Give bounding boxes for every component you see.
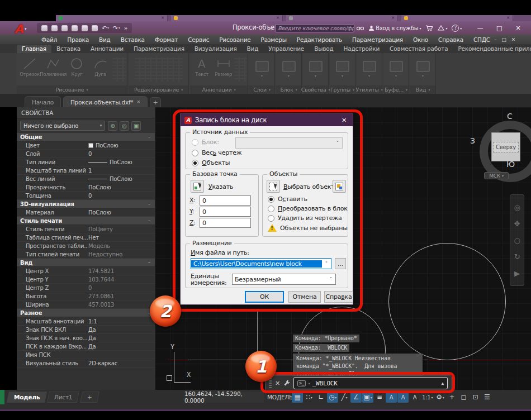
new-layout-button[interactable]: + (80, 392, 99, 403)
panel-caption[interactable]: Аннотации▾ (190, 85, 248, 94)
app-menu-button[interactable]: A ▾ (15, 22, 34, 36)
dimension-button[interactable]: Размер (213, 55, 235, 84)
background-browser-tab[interactable]: ✕ (401, 15, 513, 21)
osnap-icon[interactable]: ▣▾ (362, 392, 373, 403)
property-row[interactable]: Таблица стилей печ...Нет (17, 233, 155, 242)
panel-caption[interactable]: Утилиты▾ (357, 85, 382, 94)
showmotion-icon[interactable]: ▶ (514, 269, 520, 278)
property-row[interactable]: Масштаб типа линий1 (17, 166, 155, 175)
panel-caption[interactable]: Слои▾ (249, 85, 274, 94)
ribbon-tab[interactable]: Главная (17, 45, 51, 53)
property-row[interactable]: Слой0 (17, 150, 155, 158)
grid-icon[interactable]: ▦ (292, 392, 303, 403)
ribbon-tab[interactable]: Совместная работа (385, 45, 453, 53)
a360-connect-icon[interactable]: ▾ (438, 25, 447, 31)
annotation-autoscale-icon[interactable]: A (397, 392, 409, 403)
osnap-tracking-icon[interactable]: ∠ (350, 392, 362, 403)
file-tab[interactable]: Прокси-объекты.dxf*✕ (63, 96, 148, 107)
navigation-bar[interactable]: ◎✥○↻▶ (510, 194, 524, 286)
annotation-visibility-icon[interactable]: A (386, 392, 397, 403)
new-file-tab-button[interactable]: + (150, 97, 161, 107)
property-row[interactable]: Тип линийПоСлою (17, 158, 155, 166)
search-input[interactable]: Введите ключевое слово/фразу (275, 24, 354, 32)
property-row[interactable]: Высота273.0861 (17, 292, 155, 300)
isolate-objects-icon[interactable]: ◻ (458, 392, 469, 403)
wcs-button[interactable]: МСК▾ (484, 172, 509, 179)
panel-caption[interactable]: Группы▾ (330, 85, 355, 94)
text-button[interactable]: AТекст (191, 55, 213, 84)
viewcube-south-label[interactable]: Ю (506, 160, 515, 169)
ribbon-tab[interactable]: Параметризация (129, 45, 189, 53)
file-tab[interactable]: Начало (25, 96, 61, 107)
pan-icon[interactable]: ✥ (514, 219, 520, 228)
doc-restore-button[interactable]: □ (501, 37, 506, 42)
ribbon-tab[interactable]: Вид (242, 45, 264, 53)
menu-item-Вставка[interactable]: Вставка (116, 36, 149, 43)
menu-item-СПДС[interactable]: СПДС (469, 36, 495, 43)
property-row[interactable]: Пространство табли...Модель (17, 242, 155, 250)
selection-combo[interactable]: Ничего не выбрано ▾ (20, 121, 105, 131)
search-binoculars-icon[interactable] (357, 25, 364, 31)
navigation-wheel-icon[interactable]: ◎ (514, 203, 520, 212)
collapse-icon[interactable]: – (148, 218, 150, 223)
property-row[interactable]: Тип стилей печатиНедоступно (17, 250, 155, 259)
close-icon[interactable]: ✕ (137, 99, 141, 104)
property-row[interactable]: Толщина0 (17, 192, 155, 200)
view-icon[interactable]: ▾ (416, 61, 430, 78)
polar-tracking-icon[interactable]: ◷▾ (327, 392, 338, 403)
section-header[interactable]: Общие– (17, 133, 155, 141)
signin-button[interactable]: Вход в службы ▾ (368, 25, 421, 31)
menu-item-Рисование[interactable]: Рисование (215, 36, 255, 43)
panel-caption[interactable]: Буфе...▾ (383, 85, 409, 94)
menu-item-Вид[interactable]: Вид (94, 36, 115, 43)
pickadd-toggle-icon[interactable]: ⊕ (108, 121, 117, 131)
section-header[interactable]: 3D-визуализация– (17, 200, 155, 208)
panel-caption[interactable]: Свойства▾ (303, 85, 328, 94)
utilities-icon[interactable]: ▾ (363, 61, 376, 78)
groups-icon[interactable]: ▾ (336, 61, 349, 78)
collapse-icon[interactable]: – (148, 201, 150, 207)
property-row[interactable]: Имя ПСК (17, 351, 155, 359)
property-row[interactable]: ПрозрачностьПоСлою (17, 183, 155, 192)
doc-close-button[interactable]: ✕ (511, 37, 515, 42)
property-row[interactable]: МатериалПоСлою (17, 208, 155, 217)
collapse-icon[interactable]: – (148, 134, 150, 140)
menu-icon[interactable]: ☰ (481, 392, 492, 403)
menu-item-Правка[interactable]: Правка (63, 36, 93, 43)
line-button[interactable]: Отрезок (18, 55, 41, 84)
property-row[interactable]: Центр Y103.7644 (17, 275, 155, 284)
property-row[interactable]: Визуальный стиль2D-каркас (17, 359, 155, 367)
isodraft-icon[interactable]: ╱▾ (339, 392, 350, 403)
new-file-icon[interactable] (41, 25, 48, 31)
window-minimize-button[interactable]: — (471, 22, 490, 34)
close-icon[interactable]: ✕ (391, 16, 395, 20)
viewcube-north-label[interactable]: С (507, 112, 513, 121)
viewcube-top-face[interactable]: Сверху (491, 132, 520, 161)
arc-button[interactable]: Дуга (89, 55, 112, 84)
quick-select-icon[interactable]: ▣ (131, 121, 141, 131)
menu-item-Параметризация[interactable]: Параметризация (348, 36, 407, 43)
property-row[interactable]: Ширина457.0013 (17, 300, 155, 309)
properties-icon[interactable]: ▾ (309, 61, 323, 78)
ortho-icon[interactable]: ∟ (315, 392, 326, 403)
close-icon[interactable]: ✕ (506, 16, 510, 20)
block-icon[interactable]: ▾ (282, 61, 296, 78)
section-header[interactable]: Вид– (17, 259, 155, 267)
save-as-icon[interactable] (72, 25, 78, 31)
lineweight-icon[interactable]: ≡ (374, 392, 385, 403)
background-browser-tab[interactable]: ✕ (56, 15, 168, 21)
save-icon[interactable] (61, 25, 68, 31)
menu-item-Формат[interactable]: Формат (150, 36, 182, 43)
orbit-icon[interactable]: ↻ (514, 252, 520, 261)
undo-icon[interactable]: ↶▾ (102, 25, 109, 31)
property-row[interactable]: Стиль печатиПоЦвету (17, 225, 155, 233)
ribbon-tab[interactable]: Вывод (309, 45, 338, 53)
background-browser-tab[interactable]: ✕ (171, 15, 283, 21)
annotation-scale-icon[interactable]: A (409, 392, 420, 403)
panel-caption[interactable]: Рисование▾ (17, 85, 127, 94)
close-icon[interactable]: ✕ (161, 16, 164, 20)
window-maximize-button[interactable]: □ (490, 22, 509, 34)
ribbon-tab[interactable]: Управление (263, 45, 309, 53)
close-icon[interactable]: ✕ (276, 16, 279, 20)
property-row[interactable]: Центр Z0 (17, 284, 155, 292)
